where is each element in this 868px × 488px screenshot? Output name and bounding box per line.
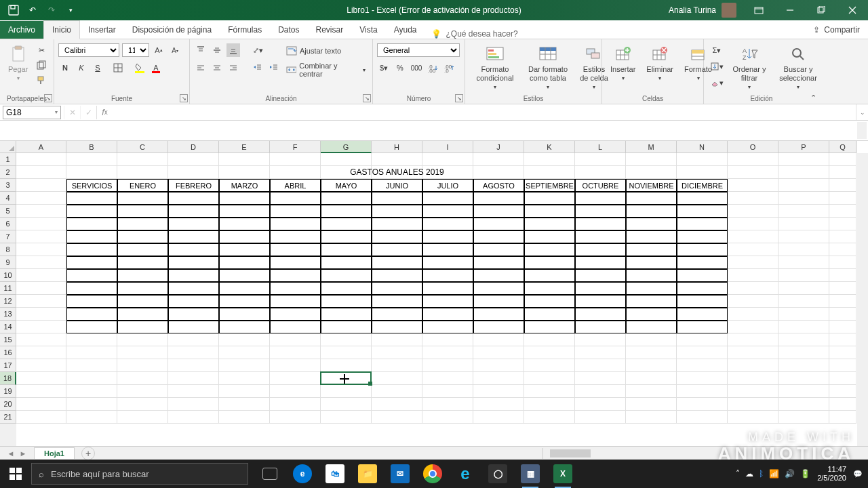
increase-indent-icon[interactable] (267, 61, 281, 75)
cell-K21[interactable] (524, 411, 575, 424)
table-cell-N4[interactable] (677, 192, 728, 205)
table-cell-M12[interactable] (626, 295, 677, 308)
column-header-J[interactable]: J (473, 141, 524, 153)
table-cell-F9[interactable] (270, 256, 321, 269)
table-cell-I7[interactable] (422, 230, 473, 243)
chrome-icon[interactable] (418, 460, 448, 488)
table-cell-G11[interactable] (321, 282, 372, 295)
align-middle-icon[interactable] (210, 43, 224, 57)
row-header-19[interactable]: 19 (0, 385, 16, 398)
table-cell-K12[interactable] (524, 295, 575, 308)
cell-P14[interactable] (778, 321, 829, 333)
column-header-L[interactable]: L (575, 141, 626, 153)
cell-I17[interactable] (422, 359, 473, 372)
row-header-14[interactable]: 14 (0, 321, 16, 333)
table-cell-F7[interactable] (270, 230, 321, 243)
table-cell-J10[interactable] (473, 269, 524, 282)
cell-O2[interactable] (728, 166, 778, 179)
cell-J20[interactable] (473, 398, 524, 411)
table-cell-L5[interactable] (575, 205, 626, 218)
cell-Q11[interactable] (829, 282, 856, 295)
underline-button[interactable]: S (91, 61, 104, 75)
cell-D15[interactable] (168, 333, 219, 346)
cell-O4[interactable] (728, 192, 778, 205)
table-cell-I9[interactable] (422, 256, 473, 269)
cell-L15[interactable] (575, 333, 626, 346)
table-cell-B10[interactable] (66, 269, 117, 282)
row-header-12[interactable]: 12 (0, 295, 16, 308)
table-cell-B7[interactable] (66, 230, 117, 243)
table-cell-G9[interactable] (321, 256, 372, 269)
table-cell-C11[interactable] (117, 282, 168, 295)
cell-P18[interactable] (778, 372, 829, 385)
table-cell-J9[interactable] (473, 256, 524, 269)
wrap-text-button[interactable]: Ajustar texto (283, 45, 368, 57)
cell-Q5[interactable] (829, 205, 856, 218)
tell-me-search[interactable]: 💡 ¿Qué desea hacer? (425, 29, 524, 39)
tray-up-icon[interactable]: ˄ (736, 469, 740, 479)
table-cell-J11[interactable] (473, 282, 524, 295)
cell-H19[interactable] (372, 385, 422, 398)
table-cell-G10[interactable] (321, 269, 372, 282)
taskbar-search[interactable]: ⌕ Escribe aquí para buscar (31, 463, 248, 485)
cell-Q18[interactable] (829, 372, 856, 385)
cell-I19[interactable] (422, 385, 473, 398)
table-cell-M4[interactable] (626, 192, 677, 205)
decrease-font-icon[interactable]: A▾ (168, 43, 182, 57)
increase-font-icon[interactable]: A▴ (152, 43, 165, 57)
table-cell-G4[interactable] (321, 192, 372, 205)
cell-H16[interactable] (372, 346, 422, 359)
cell-G17[interactable] (321, 359, 372, 372)
column-header-O[interactable]: O (728, 141, 778, 153)
table-cell-H13[interactable] (372, 308, 422, 321)
cell-Q9[interactable] (829, 256, 856, 269)
task-view-icon[interactable] (255, 460, 285, 488)
cell-F18[interactable] (270, 372, 321, 385)
cell-Q16[interactable] (829, 346, 856, 359)
table-cell-H10[interactable] (372, 269, 422, 282)
table-cell-J3[interactable]: AGOSTO (473, 179, 524, 192)
table-cell-L3[interactable]: OCTUBRE (575, 179, 626, 192)
formula-input[interactable] (113, 106, 856, 119)
table-cell-D5[interactable] (168, 205, 219, 218)
fill-icon[interactable]: ▾ (708, 60, 726, 73)
cell-L18[interactable] (575, 372, 626, 385)
table-cell-N10[interactable] (677, 269, 728, 282)
table-cell-H14[interactable] (372, 321, 422, 333)
cell-L20[interactable] (575, 398, 626, 411)
autosum-icon[interactable]: Σ▾ (708, 43, 726, 57)
row-header-2[interactable]: 2 (0, 166, 16, 179)
horizontal-scrollbar[interactable] (542, 448, 868, 459)
column-header-Q[interactable]: Q (829, 141, 856, 153)
cell-A21[interactable] (16, 411, 66, 424)
cell-P20[interactable] (778, 398, 829, 411)
cell-H20[interactable] (372, 398, 422, 411)
table-cell-G8[interactable] (321, 243, 372, 256)
cell-H15[interactable] (372, 333, 422, 346)
table-cell-L12[interactable] (575, 295, 626, 308)
table-cell-D12[interactable] (168, 295, 219, 308)
delete-cells-button[interactable]: Eliminar▾ (642, 43, 677, 83)
table-cell-L8[interactable] (575, 243, 626, 256)
cell-Q15[interactable] (829, 333, 856, 346)
table-cell-H12[interactable] (372, 295, 422, 308)
table-cell-L6[interactable] (575, 218, 626, 230)
table-cell-C10[interactable] (117, 269, 168, 282)
table-cell-D6[interactable] (168, 218, 219, 230)
table-cell-H6[interactable] (372, 218, 422, 230)
table-cell-K11[interactable] (524, 282, 575, 295)
cell-N16[interactable] (677, 346, 728, 359)
cell-N1[interactable] (677, 153, 728, 166)
table-cell-M7[interactable] (626, 230, 677, 243)
mail-icon[interactable]: ✉ (385, 460, 415, 488)
tab-formulas[interactable]: Fórmulas (220, 21, 270, 39)
sheet-nav-next-icon[interactable]: ► (18, 448, 28, 459)
cell-D1[interactable] (168, 153, 219, 166)
column-header-G[interactable]: G (321, 141, 372, 153)
column-header-C[interactable]: C (117, 141, 168, 153)
minimize-button[interactable] (774, 0, 806, 20)
cell-A12[interactable] (16, 295, 66, 308)
table-cell-L9[interactable] (575, 256, 626, 269)
cell-F17[interactable] (270, 359, 321, 372)
table-cell-M14[interactable] (626, 321, 677, 333)
